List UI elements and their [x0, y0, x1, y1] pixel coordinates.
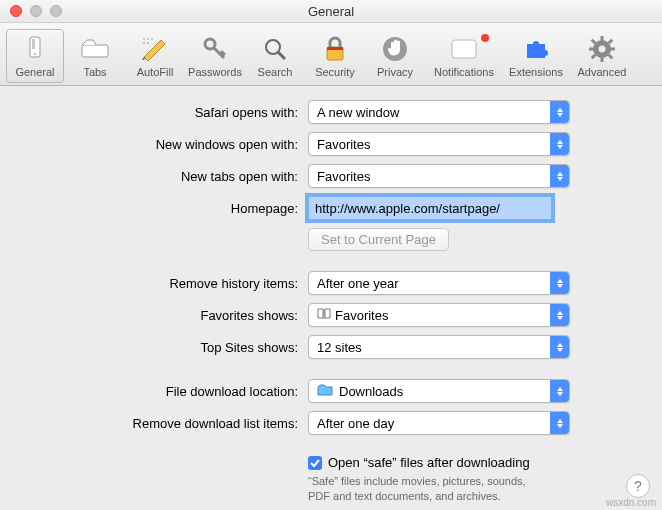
svg-rect-15	[601, 36, 604, 41]
svg-point-2	[34, 53, 37, 56]
toolbar-autofill[interactable]: AutoFill	[126, 29, 184, 83]
lock-icon	[307, 34, 363, 64]
toolbar-notifications[interactable]: Notifications	[426, 29, 502, 83]
toolbar-label: Passwords	[188, 66, 242, 78]
window-title: General	[0, 4, 662, 19]
content-area: Safari opens with: A new window New wind…	[0, 86, 662, 510]
svg-point-7	[266, 40, 280, 54]
select-value: Favorites	[317, 169, 370, 184]
new-tabs-label: New tabs open with:	[18, 169, 308, 184]
set-current-page-button[interactable]: Set to Current Page	[308, 228, 449, 251]
autofill-icon	[127, 34, 183, 64]
chevron-updown-icon	[550, 133, 569, 155]
select-value: After one year	[317, 276, 399, 291]
close-button[interactable]	[10, 5, 22, 17]
safari-opens-label: Safari opens with:	[18, 105, 308, 120]
open-safe-checkbox-label[interactable]: Open “safe” files after downloading	[308, 455, 538, 470]
open-safe-text: Open “safe” files after downloading	[328, 455, 530, 470]
watermark: wsxdn.com	[606, 497, 656, 508]
chevron-updown-icon	[550, 304, 569, 326]
tabs-icon	[67, 34, 123, 64]
general-icon	[7, 34, 63, 64]
select-value: Downloads	[339, 384, 403, 399]
top-sites-label: Top Sites shows:	[18, 340, 308, 355]
remove-downloads-label: Remove download list items:	[18, 416, 308, 431]
toolbar-general[interactable]: General	[6, 29, 64, 83]
svg-rect-10	[327, 47, 343, 50]
folder-icon	[317, 384, 333, 399]
preferences-window: General General Tabs AutoFill Passwords	[0, 0, 662, 510]
chevron-updown-icon	[550, 336, 569, 358]
search-icon	[247, 34, 303, 64]
toolbar-extensions[interactable]: Extensions	[504, 29, 568, 83]
puzzle-icon	[505, 34, 567, 64]
homepage-input[interactable]	[308, 196, 552, 220]
svg-rect-16	[601, 57, 604, 62]
new-windows-select[interactable]: Favorites	[308, 132, 570, 156]
svg-rect-17	[589, 48, 594, 51]
svg-point-14	[599, 46, 606, 53]
chevron-updown-icon	[550, 165, 569, 187]
download-location-label: File download location:	[18, 384, 308, 399]
top-sites-select[interactable]: 12 sites	[308, 335, 570, 359]
svg-rect-3	[82, 45, 108, 57]
toolbar-security[interactable]: Security	[306, 29, 364, 83]
remove-downloads-select[interactable]: After one day	[308, 411, 570, 435]
toolbar-label: Advanced	[578, 66, 627, 78]
safari-opens-select[interactable]: A new window	[308, 100, 570, 124]
notifications-icon	[427, 34, 501, 64]
titlebar: General	[0, 0, 662, 23]
chevron-updown-icon	[550, 380, 569, 402]
chevron-updown-icon	[550, 101, 569, 123]
svg-rect-12	[452, 40, 476, 58]
open-safe-row: Open “safe” files after downloading “Saf…	[308, 455, 538, 504]
select-value: Favorites	[317, 137, 370, 152]
help-button[interactable]: ?	[626, 474, 650, 498]
toolbar-label: AutoFill	[137, 66, 174, 78]
toolbar-label: Extensions	[509, 66, 563, 78]
toolbar-privacy[interactable]: Privacy	[366, 29, 424, 83]
toolbar-label: Notifications	[434, 66, 494, 78]
toolbar-search[interactable]: Search	[246, 29, 304, 83]
chevron-updown-icon	[550, 272, 569, 294]
minimize-button[interactable]	[30, 5, 42, 17]
gear-icon	[571, 34, 633, 64]
homepage-label: Homepage:	[18, 201, 308, 216]
toolbar-advanced[interactable]: Advanced	[570, 29, 634, 83]
select-value: A new window	[317, 105, 399, 120]
favorites-shows-select[interactable]: Favorites	[308, 303, 570, 327]
toolbar-label: Tabs	[83, 66, 106, 78]
favorites-shows-label: Favorites shows:	[18, 308, 308, 323]
remove-history-label: Remove history items:	[18, 276, 308, 291]
remove-history-select[interactable]: After one year	[308, 271, 570, 295]
download-location-select[interactable]: Downloads	[308, 379, 570, 403]
toolbar-passwords[interactable]: Passwords	[186, 29, 244, 83]
new-tabs-select[interactable]: Favorites	[308, 164, 570, 188]
svg-line-8	[278, 52, 285, 59]
select-value: After one day	[317, 416, 394, 431]
open-safe-checkbox[interactable]	[308, 456, 322, 470]
toolbar-label: Privacy	[377, 66, 413, 78]
safe-description: “Safe” files include movies, pictures, s…	[308, 474, 538, 504]
svg-rect-1	[32, 39, 35, 49]
hand-icon	[367, 34, 423, 64]
traffic-lights	[0, 5, 62, 17]
chevron-updown-icon	[550, 412, 569, 434]
key-icon	[187, 34, 243, 64]
toolbar-tabs[interactable]: Tabs	[66, 29, 124, 83]
toolbar-label: Security	[315, 66, 355, 78]
notification-badge-icon	[481, 34, 489, 42]
toolbar-label: General	[15, 66, 54, 78]
svg-rect-18	[610, 48, 615, 51]
select-value: 12 sites	[317, 340, 362, 355]
zoom-button[interactable]	[50, 5, 62, 17]
new-windows-label: New windows open with:	[18, 137, 308, 152]
select-value: Favorites	[335, 308, 388, 323]
toolbar-label: Search	[258, 66, 293, 78]
book-icon	[317, 308, 331, 323]
preferences-toolbar: General Tabs AutoFill Passwords Search	[0, 23, 662, 86]
